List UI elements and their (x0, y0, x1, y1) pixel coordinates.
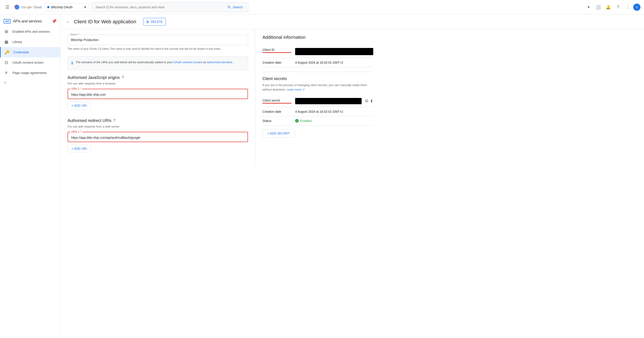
left-panel: Name * The name of your OAuth 2.0 client… (60, 29, 255, 167)
more-options-icon[interactable]: ⋮ (624, 3, 632, 12)
main-content: ← Client ID for Web application 🗑 DELETE… (60, 14, 644, 338)
client-secrets-desc: If you are in the process of changing cl… (262, 83, 373, 92)
creation-date-row: Creation date 4 August 2024 at 16:42:01 … (262, 58, 373, 67)
info-icon: ℹ (72, 60, 73, 66)
redirect-uris-help-icon[interactable]: ? (113, 118, 116, 123)
download-icon[interactable]: ⬇ (370, 99, 373, 104)
secret-creation-date-row: Creation date 4 August 2024 at 16:42:01 … (262, 107, 373, 116)
redirect-uris-title: Authorised redirect URIs ? (68, 118, 248, 123)
section-divider (262, 72, 373, 72)
sidebar-title: APIs and services (13, 19, 42, 23)
sidebar-item-enabled-apis[interactable]: ⊞ Enabled APIs and services (0, 27, 60, 37)
sidebar-item-library[interactable]: ▦ Library (0, 37, 60, 47)
status-text: Enabled (300, 119, 312, 123)
secret-actions: ⧉ ⬇ (365, 99, 373, 104)
terminal-icon[interactable]: ⬜ (594, 3, 603, 12)
status-label: Status (262, 119, 292, 123)
status-value: ✓ Enabled (295, 119, 312, 123)
top-nav: ☰ Google Cloud Blitzship OAuth ▾ Search … (0, 0, 644, 14)
sidebar: API APIs and services 📌 ⊞ Enabled APIs a… (0, 14, 60, 338)
project-selector[interactable]: Blitzship OAuth ▾ (44, 3, 89, 11)
library-icon: ▦ (4, 40, 9, 44)
redirect-uri-label: URIs 1 * (70, 130, 82, 133)
search-bar: Search (92, 2, 248, 12)
add-redirect-uri-button[interactable]: + ADD URI (68, 145, 91, 152)
copy-icon[interactable]: ⧉ (365, 99, 368, 104)
right-panel: Additional information Client ID Creatio… (255, 29, 380, 167)
info-box: ℹ The domains of the URIs you add below … (68, 56, 248, 70)
page-header: ← Client ID for Web application 🗑 DELETE (60, 14, 644, 29)
client-id-underline (262, 52, 292, 53)
collapse-sidebar-button[interactable]: ◁ (0, 78, 60, 87)
add-js-uri-label: + ADD URI (72, 104, 87, 107)
pin-icon[interactable]: 📌 (52, 19, 56, 24)
js-uri-label: URIs 1 * (70, 87, 82, 90)
delete-label: DELETE (150, 20, 163, 24)
help-icon[interactable]: ? (614, 3, 622, 12)
client-secret-label: Client secret (262, 99, 292, 104)
sidebar-item-page-usage[interactable]: ≡ Page usage agreements (0, 68, 60, 78)
api-badge: API (4, 19, 11, 24)
delete-button[interactable]: 🗑 DELETE (143, 18, 166, 26)
name-hint: The name of your OAuth 2.0 client. This … (68, 47, 248, 51)
name-field-wrapper: Name * (68, 35, 248, 45)
sidebar-header: API APIs and services 📌 (0, 16, 60, 27)
page-title: Client ID for Web application (74, 19, 136, 25)
name-field-group: Name * The name of your OAuth 2.0 client… (68, 35, 248, 51)
google-cloud-logo: Google Cloud (14, 4, 42, 10)
page-icon: ≡ (4, 70, 9, 75)
add-secret-button[interactable]: + ADD SECRET (262, 129, 295, 138)
js-origins-help-icon[interactable]: ? (122, 75, 124, 80)
additional-info-title: Additional information (262, 35, 373, 40)
project-dot (47, 6, 50, 8)
info-text: The domains of the URIs you add below wi… (76, 60, 234, 66)
redirect-uris-section: Authorised redirect URIs ? For use with … (68, 118, 248, 152)
client-secret-row: Client secret ⧉ ⬇ (262, 95, 373, 107)
app-layout: API APIs and services 📌 ⊞ Enabled APIs a… (0, 14, 644, 338)
sidebar-label-oauth: OAuth consent screen (12, 61, 44, 64)
sidebar-label-page-usage: Page usage agreements (12, 71, 47, 75)
js-uri-input[interactable] (71, 93, 244, 96)
hamburger-icon[interactable]: ☰ (4, 3, 11, 12)
collapse-icon: ◁ (4, 80, 6, 84)
redirect-uri-field-wrapper: URIs 1 * (68, 132, 248, 142)
learn-more-link[interactable]: Learn more ↗ (287, 88, 305, 91)
sidebar-item-credentials[interactable]: 🔑 Credentials (0, 47, 60, 57)
client-id-row: Client ID (262, 45, 373, 58)
js-uri-container: URIs 1 * (68, 89, 248, 99)
js-origins-section: Authorised JavaScript origins ? For use … (68, 75, 248, 109)
secret-creation-date-label: Creation date (262, 110, 292, 113)
client-secrets-title: Client secrets (262, 76, 373, 81)
authorised-domains-link[interactable]: authorised domains (207, 61, 232, 64)
client-id-value (295, 48, 373, 55)
delete-icon: 🗑 (146, 20, 149, 24)
search-button[interactable]: Search (226, 4, 244, 10)
back-button[interactable]: ← (66, 19, 70, 25)
name-input[interactable] (68, 35, 248, 45)
nav-icons: ✦ ⬜ 🔔 ? ⋮ U (584, 3, 640, 12)
redirect-uri-container: URIs 1 * (68, 132, 248, 142)
creation-date-value: 4 August 2024 at 16:42:01 GMT+2 (295, 61, 373, 64)
add-js-uri-button[interactable]: + ADD URI (68, 102, 91, 109)
oauth-consent-link[interactable]: OAuth consent screen (174, 61, 202, 64)
redirect-uri-input[interactable] (71, 136, 244, 139)
notifications-icon[interactable]: 🔔 (604, 3, 613, 12)
name-label: Name * (69, 33, 80, 36)
sidebar-item-oauth-consent[interactable]: ⊡ OAuth consent screen (0, 57, 60, 68)
search-label: Search (233, 5, 242, 9)
status-row: Status ✓ Enabled (262, 116, 373, 125)
google-cloud-icon (14, 4, 20, 10)
js-uri-field-wrapper: URIs 1 * (68, 89, 248, 99)
search-icon (227, 5, 231, 9)
gemini-icon[interactable]: ✦ (584, 3, 593, 12)
js-origins-desc: For use with requests from a browser (68, 82, 248, 85)
client-id-label: Client ID (262, 48, 292, 53)
avatar[interactable]: U (633, 4, 640, 11)
key-icon: 🔑 (4, 50, 10, 55)
logo-text: Google Cloud (22, 5, 42, 9)
chevron-down-icon: ▾ (84, 5, 86, 10)
client-secret-underline (262, 103, 292, 104)
add-redirect-uri-label: + ADD URI (72, 147, 87, 150)
js-origins-title: Authorised JavaScript origins ? (68, 75, 248, 80)
search-input[interactable] (96, 5, 224, 9)
